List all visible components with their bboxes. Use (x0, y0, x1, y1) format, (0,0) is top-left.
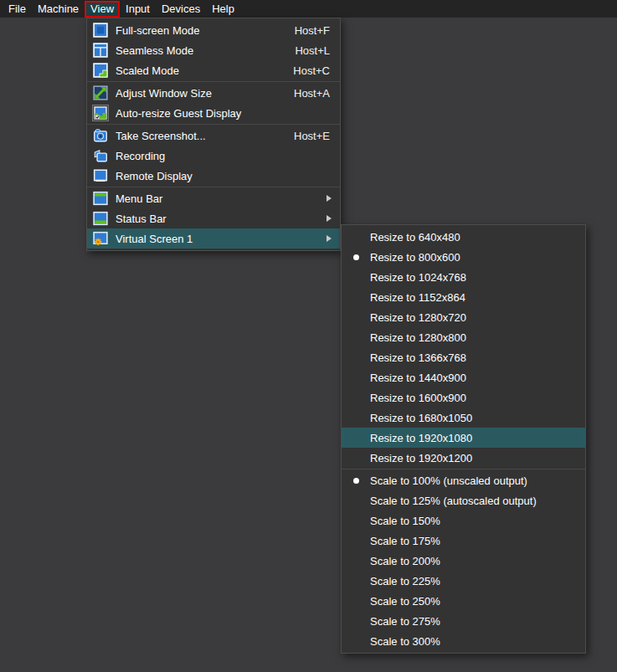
menu-item-label: Scale to 200% (370, 555, 577, 567)
view-menu: Full-screen ModeHost+FSeamless ModeHost+… (86, 18, 341, 251)
screenshot-icon (92, 127, 109, 144)
menu-item-shortcut: Host+E (277, 130, 333, 142)
submenu-caret-icon (326, 195, 332, 202)
virtual-screen-submenu: Resize to 640x480Resize to 800x600Resize… (341, 224, 586, 654)
menu-item-resize-to-1600x900[interactable]: Resize to 1600x900 (342, 387, 585, 408)
menu-item-label: Scale to 275% (370, 615, 577, 628)
menu-bar-icon (92, 190, 109, 207)
menubar-item-devices[interactable]: Devices (156, 0, 206, 18)
menu-item-label: Take Screenshot... (116, 130, 277, 142)
seamless-icon (92, 42, 109, 59)
menu-item-label: Scale to 100% (unscaled output) (370, 475, 577, 487)
menu-item-label: Resize to 1280x720 (370, 311, 577, 324)
menu-item-label: Scale to 150% (370, 515, 577, 527)
menu-item-label: Scaled Mode (116, 64, 276, 77)
menu-item-resize-to-640x480[interactable]: Resize to 640x480 (342, 227, 585, 247)
menu-item-resize-to-1920x1080[interactable]: Resize to 1920x1080 (342, 428, 585, 448)
menu-separator (87, 187, 340, 187)
menu-item-resize-to-1024x768[interactable]: Resize to 1024x768 (342, 267, 585, 287)
menu-item-label: Resize to 800x600 (370, 251, 577, 264)
submenu-caret-icon (326, 235, 332, 242)
menu-item-label: Adjust Window Size (116, 87, 277, 100)
menu-item-resize-to-1440x900[interactable]: Resize to 1440x900 (342, 367, 585, 387)
radio-selected-mark (342, 254, 370, 260)
menu-item-resize-to-1280x800[interactable]: Resize to 1280x800 (342, 327, 585, 347)
menu-item-auto-resize-guest-display[interactable]: Auto-resize Guest Display (87, 103, 340, 123)
fullscreen-icon (92, 22, 109, 38)
menu-item-scale-to-275[interactable]: Scale to 275% (342, 611, 585, 631)
menu-item-scale-to-125-autoscaled-output[interactable]: Scale to 125% (autoscaled output) (342, 490, 585, 510)
menu-item-scale-to-100-unscaled-output[interactable]: Scale to 100% (unscaled output) (342, 470, 585, 490)
menu-item-scale-to-200[interactable]: Scale to 200% (342, 551, 585, 571)
menu-item-shortcut: Host+F (278, 24, 333, 37)
menu-item-adjust-window-size[interactable]: Adjust Window SizeHost+A (87, 83, 340, 103)
menu-item-scale-to-300[interactable]: Scale to 300% (342, 631, 585, 651)
menu-item-status-bar[interactable]: Status Bar (87, 208, 340, 228)
menu-item-label: Status Bar (116, 213, 326, 225)
radio-dot (353, 478, 359, 484)
adjust-window-size-icon (92, 85, 109, 101)
menu-item-shortcut: Host+C (276, 64, 333, 77)
menu-item-label: Resize to 1600x900 (370, 392, 577, 404)
menu-item-label: Scale to 225% (370, 575, 577, 587)
menu-item-label: Resize to 640x480 (370, 231, 577, 244)
menu-item-shortcut: Host+L (278, 44, 333, 57)
menu-item-take-screenshot[interactable]: Take Screenshot...Host+E (87, 126, 340, 146)
menu-item-resize-to-1152x864[interactable]: Resize to 1152x864 (342, 287, 585, 307)
menu-item-label: Resize to 1920x1200 (370, 452, 577, 464)
menubar: FileMachineViewInputDevicesHelp (0, 0, 617, 18)
menubar-item-machine[interactable]: Machine (32, 0, 85, 18)
menubar-item-input[interactable]: Input (120, 0, 156, 18)
menu-item-label: Resize to 1024x768 (370, 271, 577, 284)
menu-item-label: Menu Bar (116, 192, 326, 205)
menu-item-scale-to-225[interactable]: Scale to 225% (342, 571, 585, 591)
submenu-caret-icon (326, 215, 332, 222)
menubar-item-view[interactable]: View (85, 1, 120, 18)
menu-item-resize-to-1366x768[interactable]: Resize to 1366x768 (342, 347, 585, 367)
menu-item-label: Scale to 125% (autoscaled output) (370, 495, 577, 507)
menu-item-label: Scale to 175% (370, 535, 577, 547)
virtual-screen-icon (92, 230, 109, 247)
menu-item-label: Resize to 1680x1050 (370, 412, 577, 424)
menu-item-label: Full-screen Mode (116, 24, 278, 37)
menu-item-scale-to-250[interactable]: Scale to 250% (342, 591, 585, 611)
menu-separator (342, 469, 585, 469)
menu-separator (87, 124, 340, 125)
menu-item-resize-to-1920x1200[interactable]: Resize to 1920x1200 (342, 448, 585, 468)
menu-item-label: Recording (116, 150, 333, 162)
menu-item-label: Auto-resize Guest Display (116, 107, 333, 120)
menu-item-full-screen-mode[interactable]: Full-screen ModeHost+F (87, 20, 340, 40)
scaled-icon (92, 62, 109, 79)
menu-item-scale-to-150[interactable]: Scale to 150% (342, 510, 585, 531)
radio-selected-mark (342, 478, 370, 484)
menu-item-resize-to-1680x1050[interactable]: Resize to 1680x1050 (342, 408, 585, 428)
menu-item-remote-display[interactable]: Remote Display (87, 166, 340, 186)
menu-item-scaled-mode[interactable]: Scaled ModeHost+C (87, 60, 340, 80)
menu-item-virtual-screen-1[interactable]: Virtual Screen 1 (87, 228, 340, 249)
menu-item-label: Scale to 250% (370, 595, 577, 608)
menu-item-label: Virtual Screen 1 (116, 233, 326, 245)
menu-item-label: Seamless Mode (116, 44, 278, 57)
menu-item-label: Scale to 300% (370, 635, 577, 648)
radio-dot (353, 254, 359, 260)
menu-item-label: Resize to 1280x800 (370, 331, 577, 344)
auto-resize-icon (92, 105, 109, 121)
recording-icon (92, 147, 109, 164)
menu-item-menu-bar[interactable]: Menu Bar (87, 188, 340, 208)
menu-item-label: Remote Display (116, 170, 333, 182)
menu-item-label: Resize to 1920x1080 (370, 432, 577, 444)
menu-item-resize-to-800x600[interactable]: Resize to 800x600 (342, 247, 585, 267)
menubar-item-help[interactable]: Help (206, 0, 240, 18)
menu-item-recording[interactable]: Recording (87, 146, 340, 166)
menu-item-label: Resize to 1366x768 (370, 351, 577, 364)
status-bar-icon (92, 210, 109, 227)
menu-item-label: Resize to 1152x864 (370, 291, 577, 304)
menu-separator (87, 81, 340, 82)
remote-display-icon (92, 167, 109, 184)
menu-item-scale-to-175[interactable]: Scale to 175% (342, 531, 585, 551)
menu-item-shortcut: Host+A (277, 87, 333, 100)
menubar-item-file[interactable]: File (3, 0, 32, 18)
menu-item-resize-to-1280x720[interactable]: Resize to 1280x720 (342, 307, 585, 327)
menu-item-seamless-mode[interactable]: Seamless ModeHost+L (87, 40, 340, 60)
menu-item-label: Resize to 1440x900 (370, 372, 577, 384)
